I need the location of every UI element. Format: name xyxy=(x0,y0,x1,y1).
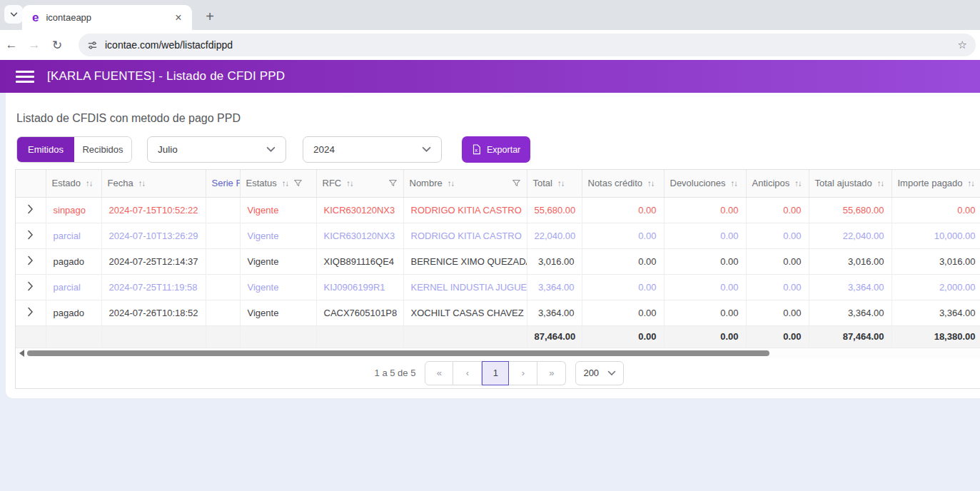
column-label: Estado xyxy=(52,178,81,188)
cell-anticipos: 0.00 xyxy=(746,197,809,223)
tab-close-icon[interactable]: × xyxy=(172,11,185,24)
tab-strip: e icontaeapp × + xyxy=(0,0,980,30)
column-header-fecha[interactable]: Fecha↑↓ xyxy=(101,170,206,197)
cell-anticipos: 0.00 xyxy=(746,274,809,300)
chevron-down-icon xyxy=(607,370,616,376)
cell-serie_folio xyxy=(206,223,240,248)
cell-estado: sinpago xyxy=(46,197,101,223)
cell-rfc: KICR630120NX3 xyxy=(316,197,403,223)
column-label: Estatus xyxy=(246,178,277,188)
cell-nombre: KERNEL INDUSTIA JUGUETERA xyxy=(403,274,527,300)
scroll-left-arrow-icon[interactable] xyxy=(19,350,24,357)
cell-devoluciones: 0.00 xyxy=(664,300,746,325)
previous-page-button[interactable]: ‹ xyxy=(453,361,482,385)
expand-row-button[interactable] xyxy=(16,197,46,223)
cell-serie_folio xyxy=(206,197,240,223)
page-size-select[interactable]: 200 xyxy=(575,361,624,385)
sort-arrows-icon[interactable]: ↑↓ xyxy=(647,179,655,188)
scrollbar-thumb[interactable] xyxy=(27,350,769,356)
column-header-total_ajustado[interactable]: Total ajustado↑↓ xyxy=(809,170,891,197)
sort-arrows-icon[interactable]: ↑↓ xyxy=(794,179,802,188)
favicon-icon: e xyxy=(32,11,39,24)
new-tab-button[interactable]: + xyxy=(200,7,220,27)
omnibox[interactable]: icontae.com/web/listacfdippd ☆ xyxy=(79,34,976,56)
url-text[interactable]: icontae.com/web/listacfdippd xyxy=(105,39,958,51)
total-importe_pagado: 18,380.00 xyxy=(891,325,980,348)
tab-recibidos[interactable]: Recibidos xyxy=(74,137,131,162)
cell-serie_folio xyxy=(206,300,240,325)
cell-total_ajustado: 3,364.00 xyxy=(809,300,891,325)
forward-button[interactable]: → xyxy=(23,38,46,52)
hamburger-menu-button[interactable] xyxy=(16,68,34,86)
cell-estado: parcial xyxy=(46,274,101,300)
last-page-button[interactable]: » xyxy=(537,361,566,385)
horizontal-scrollbar[interactable] xyxy=(16,348,980,358)
column-header-notas_credito[interactable]: Notas crédito↑↓ xyxy=(582,170,664,197)
cell-serie_folio xyxy=(206,274,240,300)
column-header-estado[interactable]: Estado↑↓ xyxy=(46,170,101,197)
export-button[interactable]: x Exportar xyxy=(462,136,530,163)
pagination-buttons: « ‹ 1 › » xyxy=(425,361,566,385)
column-header-nombre[interactable]: Nombre↑↓ xyxy=(403,170,527,197)
browser-tab[interactable]: e icontaeapp × xyxy=(22,5,192,30)
column-label: Total xyxy=(533,178,552,188)
tab-title: icontaeapp xyxy=(46,12,172,23)
expand-row-button[interactable] xyxy=(16,223,46,248)
filter-funnel-icon[interactable] xyxy=(293,178,303,188)
app-header-title: [KARLA FUENTES] - Listado de CFDI PPD xyxy=(47,69,285,83)
back-button[interactable]: ← xyxy=(0,38,23,52)
bookmark-star-icon[interactable]: ☆ xyxy=(958,39,967,51)
cell-total_ajustado: 22,040.00 xyxy=(809,223,891,248)
sort-arrows-icon[interactable]: ↑↓ xyxy=(282,179,289,188)
column-label: Anticipos xyxy=(752,178,790,188)
column-header-total[interactable]: Total↑↓ xyxy=(527,170,582,197)
cell-importe_pagado: 2,000.00 xyxy=(891,274,980,300)
next-page-button[interactable]: › xyxy=(509,361,537,385)
expand-row-button[interactable] xyxy=(16,248,46,274)
sort-arrows-icon[interactable]: ↑↓ xyxy=(877,179,884,188)
tab-search-button[interactable] xyxy=(4,5,23,24)
emitidos-recibidos-toggle: Emitidos Recibidos xyxy=(16,136,132,163)
cell-nombre: BERENICE XIMO QUEZADA xyxy=(403,248,527,274)
cell-total: 22,040.00 xyxy=(527,223,582,248)
sort-arrows-icon[interactable]: ↑↓ xyxy=(557,179,565,188)
first-page-button[interactable]: « xyxy=(425,361,453,385)
site-settings-icon[interactable] xyxy=(87,40,98,51)
column-label: Notas crédito xyxy=(588,178,643,188)
cell-anticipos: 0.00 xyxy=(746,223,809,248)
column-header-estatus[interactable]: Estatus↑↓ xyxy=(240,170,316,197)
filter-funnel-icon[interactable] xyxy=(512,178,521,188)
expand-row-button[interactable] xyxy=(16,300,46,325)
tab-emitidos[interactable]: Emitidos xyxy=(17,137,74,162)
cell-anticipos: 0.00 xyxy=(746,248,809,274)
sort-arrows-icon[interactable]: ↑↓ xyxy=(86,179,93,188)
year-select[interactable]: 2024 xyxy=(303,136,442,163)
page-size-value: 200 xyxy=(583,368,599,378)
sort-arrows-icon[interactable]: ↑↓ xyxy=(968,179,975,188)
total-estatus xyxy=(240,325,316,348)
cfdi-table: Estado↑↓Fecha↑↓Serie FEstatus↑↓RFC↑↓Nomb… xyxy=(16,170,980,348)
cell-total: 3,364.00 xyxy=(527,300,582,325)
reload-button[interactable]: ↻ xyxy=(46,38,69,53)
sort-arrows-icon[interactable]: ↑↓ xyxy=(138,179,146,188)
current-page-button[interactable]: 1 xyxy=(482,361,509,385)
sort-arrows-icon[interactable]: ↑↓ xyxy=(731,179,738,188)
total-notas_credito: 0.00 xyxy=(582,325,664,348)
column-header-rfc[interactable]: RFC↑↓ xyxy=(316,170,403,197)
column-header-devoluciones[interactable]: Devoluciones↑↓ xyxy=(664,170,746,197)
column-header-importe_pagado[interactable]: Importe pagado↑↓ xyxy=(891,170,980,197)
sort-arrows-icon[interactable]: ↑↓ xyxy=(346,179,353,188)
cell-anticipos: 0.00 xyxy=(746,300,809,325)
column-header-anticipos[interactable]: Anticipos↑↓ xyxy=(746,170,809,197)
filter-funnel-icon[interactable] xyxy=(388,178,398,188)
cell-importe_pagado: 3,016.00 xyxy=(891,248,980,274)
cell-notas_credito: 0.00 xyxy=(582,274,664,300)
month-select[interactable]: Julio xyxy=(147,136,286,163)
expand-row-button[interactable] xyxy=(16,274,46,300)
column-header-expander xyxy=(16,170,46,197)
pagination: 1 a 5 de 5 « ‹ 1 › » 200 xyxy=(16,358,980,388)
column-header-serie_folio: Serie F xyxy=(206,170,240,197)
expand-row-icon xyxy=(27,281,34,291)
cell-devoluciones: 0.00 xyxy=(664,248,746,274)
sort-arrows-icon[interactable]: ↑↓ xyxy=(448,179,455,188)
